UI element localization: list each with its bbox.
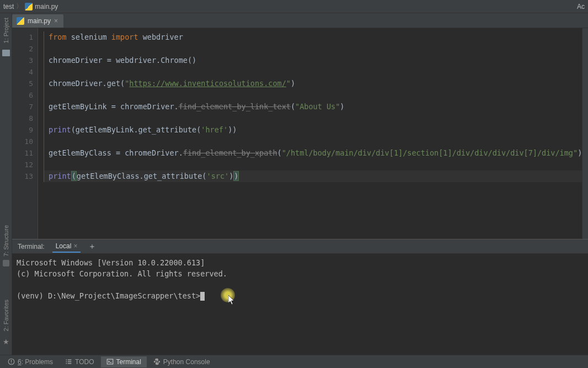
editor-tab-main-py[interactable]: main.py ×: [12, 14, 63, 28]
bottom-tool-window-bar: 6: Problems TODO Terminal Python Console: [0, 355, 588, 368]
terminal-tab-local[interactable]: Local ×: [52, 241, 81, 253]
toolwindow-label: TODO: [75, 358, 94, 366]
svg-rect-5: [66, 361, 67, 362]
chevron-right-icon: 〉: [16, 2, 23, 11]
terminal-icon: [106, 358, 114, 365]
svg-rect-7: [66, 363, 67, 364]
svg-rect-10: [110, 362, 111, 363]
code-line[interactable]: getElemByLink = chromeDriver.find_elemen…: [44, 101, 582, 113]
sidebar-item-label: 1: Project: [3, 18, 9, 43]
terminal-line: (c) Microsoft Corporation. All rights re…: [17, 268, 584, 279]
line-number: 1: [12, 31, 33, 43]
editor-column: main.py × 12345678910111213 from seleniu…: [12, 13, 588, 355]
terminal-title: Terminal:: [18, 243, 45, 250]
sidebar-item-structure[interactable]: 7: Structure: [3, 225, 9, 257]
python-icon: [153, 358, 161, 365]
editor-tab-label: main.py: [28, 17, 51, 25]
line-number: 9: [12, 124, 33, 136]
toolwindow-label: Python Console: [163, 358, 210, 366]
terminal-tab-label: Local: [56, 242, 72, 250]
folder-icon: [2, 50, 10, 56]
editor-tabs: main.py ×: [12, 13, 588, 28]
code-line[interactable]: chromeDriver = webdriver.Chrome(): [44, 55, 582, 66]
vertical-scrollbar[interactable]: [582, 28, 588, 239]
code-line[interactable]: [44, 66, 582, 78]
svg-rect-6: [68, 361, 72, 362]
terminal-line: (venv) D:\New_Project\ImageScrapper\test…: [17, 290, 584, 301]
code-line[interactable]: print(getElemByLink.get_attribute('href'…: [44, 124, 582, 136]
line-number: 10: [12, 136, 33, 147]
star-icon: ★: [3, 338, 9, 346]
line-number: 13: [12, 170, 33, 182]
line-number: 4: [12, 66, 33, 78]
toolwindow-problems[interactable]: 6: Problems: [2, 356, 58, 367]
list-icon: [65, 358, 72, 365]
terminal-header: Terminal: Local × ＋: [12, 239, 588, 254]
code-line[interactable]: from selenium import webdriver: [44, 31, 582, 43]
line-number: 2: [12, 43, 33, 55]
svg-rect-3: [66, 359, 67, 360]
main-row: 1: Project 7: Structure 2: Favorites ★ m…: [0, 13, 588, 355]
warning-icon: [8, 358, 15, 365]
svg-rect-1: [11, 360, 12, 362]
sidebar-item-favorites[interactable]: 2: Favorites: [3, 300, 9, 331]
python-file-icon: [17, 17, 24, 25]
code-area[interactable]: from selenium import webdriver chromeDri…: [38, 28, 582, 239]
add-terminal-button[interactable]: ＋: [88, 242, 96, 252]
sidebar-item-label: 7: Structure: [3, 225, 9, 257]
code-line[interactable]: [44, 43, 582, 55]
breadcrumb-root-label: test: [3, 3, 14, 10]
toolwindow-label: 6: Problems: [18, 358, 53, 366]
code-line[interactable]: [44, 113, 582, 124]
toolwindow-terminal[interactable]: Terminal: [101, 356, 147, 367]
toolwindow-python-console[interactable]: Python Console: [148, 356, 216, 367]
svg-rect-9: [107, 359, 113, 364]
terminal-line: [17, 279, 584, 290]
terminal-body[interactable]: Microsoft Windows [Version 10.0.22000.61…: [12, 254, 588, 355]
code-line[interactable]: getElemByClass = chromeDriver.find_eleme…: [44, 147, 582, 159]
gutter-line-numbers: 12345678910111213: [12, 28, 38, 239]
code-line[interactable]: print(getElemByClass.get_attribute('src'…: [44, 170, 582, 182]
terminal-panel: Terminal: Local × ＋ Microsoft Windows [V…: [12, 239, 588, 355]
svg-rect-4: [68, 359, 72, 360]
sidebar-item-label: 2: Favorites: [3, 300, 9, 331]
code-line[interactable]: chromeDriver.get("https://www.inventicos…: [44, 78, 582, 89]
line-number: 5: [12, 78, 33, 89]
top-right-actions[interactable]: Ac: [577, 3, 585, 10]
line-number: 3: [12, 55, 33, 66]
sidebar-item-project[interactable]: 1: Project: [3, 18, 9, 43]
editor-body: 12345678910111213 from selenium import w…: [12, 28, 588, 239]
breadcrumb-file[interactable]: main.py: [25, 3, 58, 10]
left-tool-strip: 1: Project 7: Structure 2: Favorites ★: [0, 13, 12, 355]
breadcrumb-file-label: main.py: [35, 3, 58, 10]
line-number: 12: [12, 159, 33, 170]
close-icon[interactable]: ×: [54, 17, 58, 25]
svg-rect-8: [68, 363, 72, 364]
line-number: 6: [12, 89, 33, 101]
terminal-line: Microsoft Windows [Version 10.0.22000.61…: [17, 257, 584, 268]
breadcrumb: test 〉 main.py: [3, 2, 58, 11]
toolwindow-todo[interactable]: TODO: [60, 356, 99, 367]
line-number: 8: [12, 113, 33, 124]
python-file-icon: [25, 3, 33, 10]
svg-rect-2: [11, 363, 12, 364]
toolwindow-label: Terminal: [116, 358, 141, 366]
code-line[interactable]: [44, 159, 582, 170]
structure-icon: [3, 260, 9, 266]
terminal-cursor: [200, 292, 205, 301]
top-breadcrumb-bar: test 〉 main.py Ac: [0, 0, 588, 13]
code-line[interactable]: [44, 89, 582, 101]
code-line[interactable]: [44, 136, 582, 147]
line-number: 7: [12, 101, 33, 113]
close-icon[interactable]: ×: [73, 242, 77, 250]
breadcrumb-root[interactable]: test: [3, 3, 14, 10]
line-number: 11: [12, 147, 33, 159]
